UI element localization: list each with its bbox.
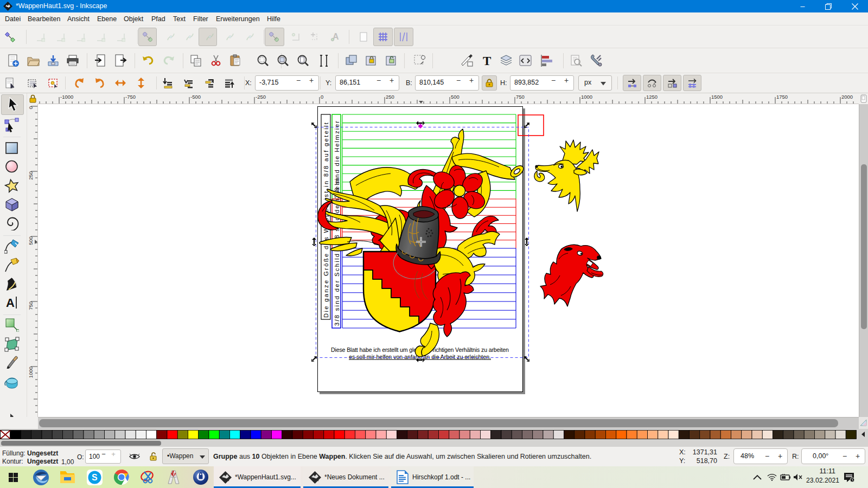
svg-text:1750: 1750 <box>776 94 788 100</box>
svg-text:2000: 2000 <box>841 94 853 100</box>
svg-text:0: 0 <box>28 106 34 109</box>
svg-text:1000: 1000 <box>581 94 592 100</box>
svg-text:500: 500 <box>451 94 459 100</box>
svg-text:-1000: -1000 <box>60 94 73 100</box>
svg-text:-750: -750 <box>125 94 136 100</box>
svg-text:3/8 sind der Schild: 3/8 sind der Schild <box>334 254 340 326</box>
svg-text:S: S <box>92 473 98 482</box>
svg-text:T: T <box>483 54 491 67</box>
svg-text:2/8 sind dem Helm: 2/8 sind dem Helm <box>334 178 340 246</box>
svg-text:-250: -250 <box>256 94 266 100</box>
svg-text:0: 0 <box>321 94 323 100</box>
svg-text:-500: -500 <box>190 94 201 100</box>
svg-text:1250: 1250 <box>646 94 658 100</box>
svg-text:750: 750 <box>28 301 34 310</box>
svg-text:1000: 1000 <box>28 367 34 378</box>
svg-text:1500: 1500 <box>711 94 723 100</box>
svg-text:250: 250 <box>386 94 394 100</box>
svg-text:750: 750 <box>516 94 525 100</box>
svg-text:A: A <box>6 296 15 310</box>
svg-text:250: 250 <box>28 171 34 180</box>
svg-text:500: 500 <box>28 236 34 245</box>
